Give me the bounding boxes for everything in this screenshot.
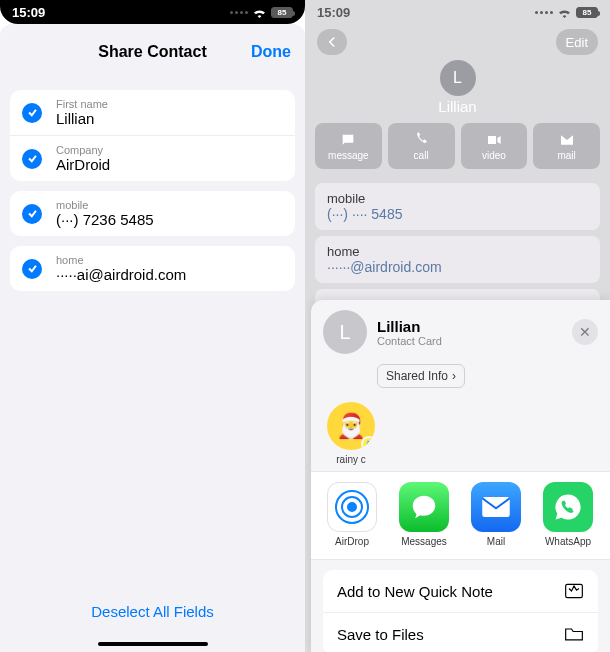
done-button[interactable]: Done <box>251 43 291 61</box>
home-indicator[interactable] <box>98 642 208 646</box>
folder-icon <box>564 625 584 643</box>
battery-icon: 85 <box>576 7 598 18</box>
status-bar: 15:09 85 <box>305 0 610 24</box>
check-icon <box>22 103 42 123</box>
field-mobile[interactable]: mobile(···) 7236 5485 <box>10 191 295 236</box>
mobile-card[interactable]: mobile (···) ···· 5485 <box>315 183 600 230</box>
deselect-all-button[interactable]: Deselect All Fields <box>0 603 305 620</box>
call-button[interactable]: call <box>388 123 455 169</box>
contact-avatar: L <box>440 60 476 96</box>
home-card[interactable]: home ······@airdroid.com <box>315 236 600 283</box>
share-person[interactable]: 🎅👻 rainy c <box>323 402 379 465</box>
option-save-files[interactable]: Save to Files <box>323 612 598 652</box>
video-button[interactable]: video <box>461 123 528 169</box>
chevron-right-icon: › <box>452 369 456 383</box>
message-button[interactable]: message <box>315 123 382 169</box>
edit-button[interactable]: Edit <box>556 29 598 55</box>
wifi-icon <box>252 7 267 18</box>
check-icon <box>22 204 42 224</box>
cellular-icon <box>535 11 553 14</box>
app-mail[interactable]: Mail <box>467 482 525 547</box>
check-icon <box>22 259 42 279</box>
status-time: 15:09 <box>12 5 45 20</box>
sheet-avatar: L <box>323 310 367 354</box>
svg-rect-0 <box>482 497 510 517</box>
sheet-title: Lillian <box>377 318 562 335</box>
cellular-icon <box>230 11 248 14</box>
option-quick-note[interactable]: Add to New Quick Note <box>323 570 598 612</box>
status-time: 15:09 <box>317 5 350 20</box>
field-home-email[interactable]: home·····ai@airdroid.com <box>10 246 295 291</box>
contact-name: Lillian <box>305 98 610 115</box>
app-messages[interactable]: Messages <box>395 482 453 547</box>
app-airdrop[interactable]: AirDrop <box>323 482 381 547</box>
quick-note-icon <box>564 582 584 600</box>
app-whatsapp[interactable]: WhatsApp <box>539 482 597 547</box>
page-title: Share Contact <box>98 43 206 61</box>
person-avatar: 🎅👻 <box>327 402 375 450</box>
field-first-name[interactable]: First nameLillian <box>10 90 295 135</box>
sheet-subtitle: Contact Card <box>377 335 562 347</box>
mail-button[interactable]: mail <box>533 123 600 169</box>
snapchat-badge-icon: 👻 <box>361 436 375 450</box>
close-button[interactable]: ✕ <box>572 319 598 345</box>
status-bar: 15:09 85 <box>0 0 305 24</box>
check-icon <box>22 149 42 169</box>
field-company[interactable]: CompanyAirDroid <box>10 135 295 181</box>
battery-icon: 85 <box>271 7 293 18</box>
wifi-icon <box>557 7 572 18</box>
back-button[interactable] <box>317 29 347 55</box>
share-sheet: L Lillian Contact Card ✕ Shared Info› 🎅👻… <box>311 300 610 652</box>
shared-info-chip[interactable]: Shared Info› <box>377 364 465 388</box>
